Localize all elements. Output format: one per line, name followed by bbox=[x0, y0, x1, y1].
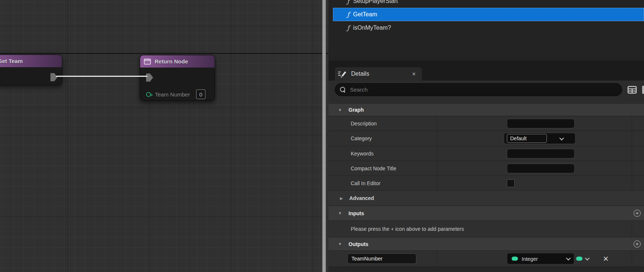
keywords-input[interactable] bbox=[507, 149, 575, 158]
property-row-keywords: Keywords bbox=[328, 146, 644, 161]
details-tab[interactable]: Details ✕ bbox=[335, 67, 422, 81]
node-return-header[interactable]: Return Node bbox=[140, 55, 215, 68]
close-tab-icon[interactable]: ✕ bbox=[412, 71, 416, 77]
function-label: isOnMyTeam? bbox=[353, 24, 391, 31]
container-type-selector[interactable] bbox=[576, 257, 588, 261]
section-title: Graph bbox=[349, 107, 364, 113]
section-title: Outputs bbox=[349, 241, 369, 247]
function-icon: ƒ bbox=[347, 0, 349, 5]
output-type-dropdown[interactable]: Integer bbox=[507, 253, 574, 265]
details-search-bar[interactable] bbox=[335, 83, 622, 96]
node-return-node[interactable]: Return Node Team Number 0 bbox=[140, 55, 215, 101]
property-label: Keywords bbox=[351, 151, 373, 157]
property-row-description: Description bbox=[328, 116, 644, 131]
exec-output-pin[interactable] bbox=[50, 73, 57, 81]
function-result-icon bbox=[144, 59, 151, 65]
function-list-item-setupplayerstart[interactable]: ƒ SetupPlayerStart bbox=[333, 0, 644, 8]
team-number-pin-row: Team Number 0 bbox=[146, 89, 205, 99]
add-output-parameter-button[interactable]: + bbox=[634, 240, 641, 248]
property-row-compact-node-title: Compact Node Title bbox=[328, 161, 644, 176]
collapse-caret-icon[interactable]: ▼ bbox=[338, 211, 342, 215]
node-get-team-header[interactable]: Get Team bbox=[0, 55, 62, 67]
my-blueprint-and-details-panel: ƒ SetupPlayerStart ƒ GetTeam ƒ isOnMyTea… bbox=[328, 0, 644, 272]
details-tab-well: Details ✕ bbox=[328, 60, 644, 81]
property-label: Description bbox=[351, 121, 377, 127]
integer-pin-icon[interactable] bbox=[146, 92, 151, 97]
collapse-caret-icon[interactable]: ▼ bbox=[338, 242, 342, 246]
call-in-editor-checkbox[interactable] bbox=[507, 179, 515, 187]
inputs-empty-message: Please press the + icon above to add par… bbox=[351, 226, 464, 232]
exec-input-pin[interactable] bbox=[146, 73, 153, 82]
node-title: Get Team bbox=[0, 58, 23, 64]
property-label: Call In Editor bbox=[351, 180, 380, 186]
category-input[interactable] bbox=[507, 134, 547, 143]
chevron-down-icon[interactable] bbox=[559, 135, 564, 140]
display-filter-grid-icon[interactable] bbox=[627, 85, 637, 95]
inputs-empty-row: Please press the + icon above to add par… bbox=[328, 221, 644, 237]
function-icon: ƒ bbox=[347, 11, 349, 18]
chevron-down-icon bbox=[585, 256, 590, 260]
integer-type-pill-icon bbox=[512, 257, 518, 261]
section-header-outputs[interactable]: ▼ Outputs + bbox=[328, 237, 644, 251]
blueprint-graph-canvas[interactable]: Get Team Return Node Team Number 0 bbox=[0, 0, 328, 272]
function-icon: ƒ bbox=[347, 24, 349, 32]
exec-wire bbox=[56, 76, 148, 77]
single-variable-pill-icon bbox=[576, 257, 582, 261]
output-type-label: Integer bbox=[522, 256, 538, 262]
expand-caret-icon[interactable]: ▶ bbox=[340, 196, 343, 200]
add-input-parameter-button[interactable]: + bbox=[634, 210, 641, 217]
node-get-team[interactable]: Get Team bbox=[0, 55, 62, 85]
details-pencil-icon bbox=[338, 70, 347, 78]
panel-bottom-spacer bbox=[328, 267, 644, 272]
collapse-caret-icon[interactable]: ▼ bbox=[338, 108, 342, 112]
function-label: SetupPlayerStart bbox=[353, 0, 398, 4]
advanced-expander-row[interactable]: ▶ Advanced bbox=[328, 191, 644, 206]
advanced-label: Advanced bbox=[349, 195, 374, 201]
details-tab-title: Details bbox=[351, 71, 369, 77]
node-title: Return Node bbox=[155, 58, 188, 65]
search-icon bbox=[340, 87, 346, 92]
output-parameter-row: Integer ✕ bbox=[328, 251, 644, 267]
output-name-input[interactable] bbox=[347, 253, 416, 264]
section-header-inputs[interactable]: ▼ Inputs + bbox=[328, 206, 644, 221]
settings-icon-partial[interactable] bbox=[642, 86, 644, 94]
description-input[interactable] bbox=[507, 119, 575, 128]
property-row-category: Category bbox=[328, 131, 644, 146]
property-label: Compact Node Title bbox=[351, 166, 396, 171]
remove-output-button[interactable]: ✕ bbox=[603, 255, 609, 263]
pin-default-value[interactable]: 0 bbox=[196, 89, 205, 99]
property-label: Category bbox=[351, 135, 372, 141]
pin-label: Team Number bbox=[155, 91, 190, 98]
property-row-call-in-editor: Call In Editor bbox=[328, 176, 644, 191]
category-combobox[interactable] bbox=[504, 133, 575, 144]
function-label: GetTeam bbox=[353, 11, 377, 18]
section-header-graph[interactable]: ▼ Graph bbox=[328, 104, 644, 116]
panel-splitter[interactable] bbox=[322, 0, 326, 272]
function-list-item-getteam[interactable]: ƒ GetTeam bbox=[333, 8, 644, 21]
function-list-item-isonmyteam[interactable]: ƒ isOnMyTeam? bbox=[333, 21, 644, 35]
search-input[interactable] bbox=[349, 86, 601, 93]
details-panel-body: ▼ Graph Description Category Keywords bbox=[328, 81, 644, 272]
section-title: Inputs bbox=[349, 210, 364, 216]
chevron-down-icon bbox=[566, 256, 571, 260]
compact-node-title-input[interactable] bbox=[507, 164, 575, 173]
blueprint-editor-window: Get Team Return Node Team Number 0 ƒ Set… bbox=[0, 0, 644, 272]
graph-origin-gridline bbox=[0, 53, 328, 54]
